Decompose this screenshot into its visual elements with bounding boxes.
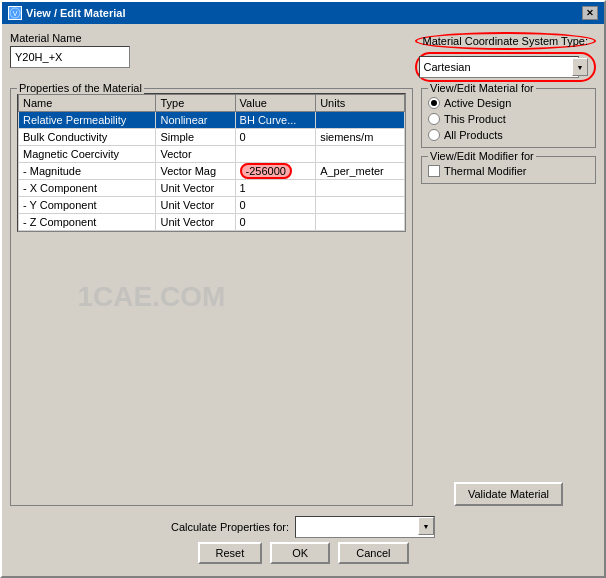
calc-label: Calculate Properties for: <box>171 521 289 533</box>
window-title: View / Edit Material <box>26 7 125 19</box>
col-name: Name <box>19 95 156 112</box>
calc-arrow[interactable]: ▼ <box>418 517 434 535</box>
bottom-area: Calculate Properties for: ▼ Reset OK Can… <box>10 512 596 568</box>
material-name-label: Material Name <box>10 32 130 44</box>
main-window: V View / Edit Material ✕ Material Name M… <box>0 0 606 578</box>
row-type: Unit Vector <box>156 180 235 197</box>
calc-row: Calculate Properties for: ▼ <box>10 516 596 538</box>
radio-active-design[interactable]: Active Design <box>428 97 589 109</box>
watermark: 1CAE.COM <box>77 281 225 313</box>
radio-active-design-dot <box>428 97 440 109</box>
row-units <box>316 214 405 231</box>
row-units <box>316 180 405 197</box>
row-name: Bulk Conductivity <box>19 129 156 146</box>
ok-button[interactable]: OK <box>270 542 330 564</box>
row-units <box>316 146 405 163</box>
window-icon: V <box>8 6 22 20</box>
cancel-button[interactable]: Cancel <box>338 542 408 564</box>
row-name: - Z Component <box>19 214 156 231</box>
row-type: Simple <box>156 129 235 146</box>
row-value: 0 <box>235 214 316 231</box>
row-name: Relative Permeability <box>19 112 156 129</box>
properties-table: Name Type Value Units Relative Permeabil… <box>18 94 405 231</box>
title-bar-left: V View / Edit Material <box>8 6 125 20</box>
highlighted-value: -256000 <box>240 163 292 179</box>
properties-legend: Properties of the Material <box>17 82 144 94</box>
row-units <box>316 112 405 129</box>
row-type: Unit Vector <box>156 197 235 214</box>
row-name: - Y Component <box>19 197 156 214</box>
table-row[interactable]: Relative Permeability Nonlinear BH Curve… <box>19 112 405 129</box>
row-name: Magnetic Coercivity <box>19 146 156 163</box>
table-row[interactable]: - Y Component Unit Vector 0 <box>19 197 405 214</box>
reset-button[interactable]: Reset <box>198 542 263 564</box>
buttons-row: Reset OK Cancel <box>10 542 596 568</box>
row-value: 0 <box>235 197 316 214</box>
row-units: siemens/m <box>316 129 405 146</box>
radio-active-design-label: Active Design <box>444 97 511 109</box>
radio-group: Active Design This Product All Products <box>428 97 589 141</box>
coord-system-group: Material Coordinate System Type: Cartesi… <box>415 32 596 82</box>
calc-select[interactable] <box>295 516 435 538</box>
header-row: Name Type Value Units <box>19 95 405 112</box>
col-units: Units <box>316 95 405 112</box>
radio-all-products-label: All Products <box>444 129 503 141</box>
thermal-modifier-item[interactable]: Thermal Modifier <box>428 165 589 177</box>
row-value: BH Curve... <box>235 112 316 129</box>
coord-label: Material Coordinate System Type: <box>415 32 596 50</box>
table-row[interactable]: Magnetic Coercivity Vector <box>19 146 405 163</box>
right-panel: View/Edit Material for Active Design Thi… <box>421 88 596 506</box>
thermal-modifier-label: Thermal Modifier <box>444 165 527 177</box>
calc-select-wrapper: ▼ <box>295 516 435 538</box>
content-area: Material Name Material Coordinate System… <box>2 24 604 576</box>
coord-select[interactable]: Cartesian Cylindrical Spherical <box>419 56 579 78</box>
row-value: 1 <box>235 180 316 197</box>
coord-select-arrow[interactable]: ▼ <box>572 58 588 76</box>
material-name-input[interactable] <box>10 46 130 68</box>
row-value <box>235 146 316 163</box>
table-row[interactable]: - X Component Unit Vector 1 <box>19 180 405 197</box>
row-type: Vector Mag <box>156 163 235 180</box>
table-body: Relative Permeability Nonlinear BH Curve… <box>19 112 405 231</box>
radio-all-products-dot <box>428 129 440 141</box>
radio-this-product[interactable]: This Product <box>428 113 589 125</box>
coord-select-wrapper: Cartesian Cylindrical Spherical ▼ <box>415 52 596 82</box>
radio-this-product-dot <box>428 113 440 125</box>
title-bar: V View / Edit Material ✕ <box>2 2 604 24</box>
coord-label-text: Material Coordinate System Type: <box>415 32 596 50</box>
row-type: Vector <box>156 146 235 163</box>
row-units <box>316 197 405 214</box>
row-type: Nonlinear <box>156 112 235 129</box>
properties-table-container: Name Type Value Units Relative Permeabil… <box>17 93 406 232</box>
table-row[interactable]: Bulk Conductivity Simple 0 siemens/m <box>19 129 405 146</box>
table-row[interactable]: - Z Component Unit Vector 0 <box>19 214 405 231</box>
svg-text:V: V <box>13 10 18 17</box>
view-edit-group: View/Edit Material for Active Design Thi… <box>421 88 596 148</box>
thermal-modifier-checkbox[interactable] <box>428 165 440 177</box>
col-value: Value <box>235 95 316 112</box>
row-value: 0 <box>235 129 316 146</box>
table-header: Name Type Value Units <box>19 95 405 112</box>
row-units: A_per_meter <box>316 163 405 180</box>
col-type: Type <box>156 95 235 112</box>
radio-all-products[interactable]: All Products <box>428 129 589 141</box>
validate-button[interactable]: Validate Material <box>454 482 563 506</box>
radio-this-product-label: This Product <box>444 113 506 125</box>
main-area: Properties of the Material Name Type Val… <box>10 88 596 506</box>
properties-group: Properties of the Material Name Type Val… <box>10 88 413 506</box>
modifier-legend: View/Edit Modifier for <box>428 150 536 162</box>
row-type: Unit Vector <box>156 214 235 231</box>
close-button[interactable]: ✕ <box>582 6 598 20</box>
material-name-group: Material Name <box>10 32 130 68</box>
view-edit-legend: View/Edit Material for <box>428 82 536 94</box>
table-row[interactable]: - Magnitude Vector Mag -256000 A_per_met… <box>19 163 405 180</box>
row-name: - X Component <box>19 180 156 197</box>
row-value: -256000 <box>235 163 316 180</box>
modifier-group: View/Edit Modifier for Thermal Modifier <box>421 156 596 184</box>
top-row: Material Name Material Coordinate System… <box>10 32 596 82</box>
row-name: - Magnitude <box>19 163 156 180</box>
